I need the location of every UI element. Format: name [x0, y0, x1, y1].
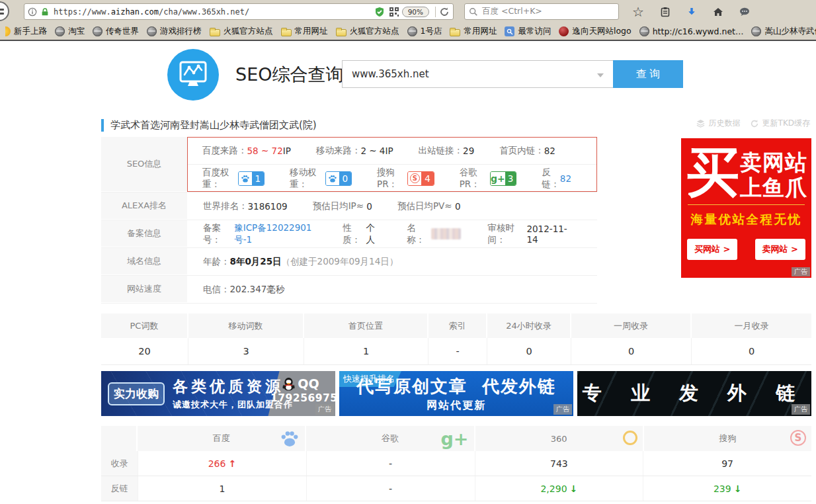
- url-bar[interactable]: https://www.aizhan.com/cha/www.365xh.net…: [24, 3, 454, 20]
- shield-icon[interactable]: [374, 7, 385, 17]
- bookmark-label: 常用网址: [295, 26, 328, 37]
- qq-penguin-icon: [282, 377, 295, 391]
- bookmark-item[interactable]: http://c16.wywd.net…: [635, 26, 748, 36]
- qr-code-icon[interactable]: [389, 7, 399, 17]
- reload-icon[interactable]: [439, 7, 450, 17]
- bookmark-label: 1号店: [421, 26, 442, 37]
- query-button[interactable]: 查 询: [613, 60, 683, 88]
- sell-site-button[interactable]: 卖网站 >: [755, 239, 805, 260]
- monitor-chart-icon: [178, 60, 208, 89]
- stats-header-row: PC词数 移动词数 首页位置 索引 24小时收录 一周收录 一月收录: [101, 314, 811, 338]
- baidu-weight-badge[interactable]: 1: [238, 171, 265, 186]
- google-plus-icon: g+: [491, 173, 505, 184]
- bookmark-item[interactable]: 游戏排行榜: [143, 26, 206, 37]
- google-pr-badge[interactable]: g+3: [490, 171, 516, 186]
- bookmark-label: 新手上路: [14, 26, 47, 37]
- bookmark-label: http://c16.wywd.net…: [653, 26, 744, 36]
- sogou-icon: S: [410, 173, 420, 183]
- stats-value: 0: [487, 338, 571, 364]
- ad-banner-articles[interactable]: 快速提升排名 代写原创文章 代发外链 网站代更新 广告: [339, 371, 573, 416]
- sogou-indexed-value[interactable]: 97: [721, 458, 733, 469]
- layers-icon: [696, 118, 706, 128]
- globe-icon: [751, 26, 761, 36]
- sogou-backlinks-value[interactable]: 239: [714, 483, 731, 494]
- bookmark-item[interactable]: 1号店: [403, 26, 446, 37]
- globe-icon: [639, 26, 649, 36]
- bookmark-folder[interactable]: 火狐官方站点: [332, 26, 403, 37]
- info-icon[interactable]: [28, 7, 37, 17]
- domain-query-input[interactable]: www.365xh.net: [342, 60, 613, 88]
- home-inlinks-value: 82: [544, 146, 555, 156]
- bookmark-item[interactable]: 嵩山少林寺武僧文武…: [747, 26, 816, 37]
- stats-value: 3: [188, 338, 304, 364]
- browser-chrome: https://www.aizhan.com/cha/www.365xh.net…: [0, 0, 816, 41]
- table-row-alexa: ALEXA排名 世界排名：3186109 预估日均IP≈ 0 预估日均PV≈ 0: [101, 192, 597, 220]
- google-indexed-value: -: [389, 458, 392, 469]
- keyword-stats-table: PC词数 移动词数 首页位置 索引 24小时收录 一周收录 一月收录 20 3 …: [101, 314, 811, 365]
- url-path: /cha/www.365xh.net/: [159, 7, 249, 17]
- bookmark-item[interactable]: 逸向天网站logo: [555, 26, 635, 37]
- ad-line: 上鱼爪: [740, 175, 807, 200]
- backlinks-value[interactable]: 82: [560, 173, 571, 184]
- metric-label: 移动来路：: [316, 145, 361, 157]
- engine-row-backlinks: 反链 1 - 2,290↓ 239↓: [101, 476, 811, 501]
- table-row-seo: SEO信息 百度来路：58 ~ 72 IP 移动来路：2 ~ 4 IP 出站链接…: [101, 137, 597, 192]
- down-arrow-icon: ↓: [734, 483, 742, 494]
- icp-number-link[interactable]: 豫ICP备12022901号-1: [234, 222, 317, 246]
- ad-banner-resources[interactable]: 实力收购 各类优质资源 诚邀技术大牛，团队加盟合作 QQ 179256975 广…: [101, 371, 335, 416]
- row-label: 收录: [101, 451, 138, 476]
- bookmark-folder[interactable]: 常用网址: [277, 26, 332, 37]
- downloads-icon[interactable]: [686, 7, 697, 17]
- buy-site-button[interactable]: 买网站 >: [687, 239, 737, 260]
- engine-header-empty: [101, 426, 138, 451]
- site-title-bar: 学武术首选河南登封嵩山少林寺武僧团文武(院) 历史数据 更新TKD缓存: [101, 116, 811, 134]
- bookmark-item[interactable]: 新手上路: [1, 26, 51, 37]
- home-icon[interactable]: [713, 7, 723, 17]
- url-domain: aizhan.com: [111, 7, 159, 17]
- most-visited-icon: [505, 26, 514, 36]
- bookmark-item[interactable]: 传奇世界: [89, 26, 143, 37]
- bookmark-icon: [5, 26, 11, 36]
- refresh-tkd-button[interactable]: 更新TKD缓存: [750, 118, 810, 129]
- url-prefix: https://www.: [54, 7, 111, 17]
- icp-audit-date: 2012-11-14: [526, 224, 572, 245]
- history-data-button[interactable]: 历史数据: [696, 118, 741, 129]
- engine-header-baidu: 百度: [138, 426, 306, 451]
- baidu-indexed-value[interactable]: 266: [208, 458, 226, 469]
- folder-icon: [281, 29, 292, 36]
- metric-label: 出站链接：: [419, 145, 464, 157]
- library-icon[interactable]: [660, 7, 671, 17]
- bookmark-item[interactable]: 最常访问: [501, 26, 555, 37]
- stats-value: -: [428, 338, 487, 364]
- ad-banner-backlinks[interactable]: 专 业 发 外 链 广告: [577, 371, 811, 416]
- chat-icon[interactable]: [739, 7, 750, 17]
- zoom-level-badge[interactable]: 90%: [402, 7, 429, 17]
- daily-pv-value: 0: [455, 201, 461, 212]
- browser-search-field[interactable]: 百度 <Ctrl+K>: [464, 3, 619, 20]
- bookmark-star-icon[interactable]: ☆: [632, 5, 644, 19]
- stats-value: 0: [571, 338, 692, 364]
- 360-indexed-value[interactable]: 743: [550, 458, 568, 469]
- chevron-down-icon[interactable]: [597, 73, 604, 77]
- bookmark-item[interactable]: 淘宝: [51, 26, 89, 37]
- mobile-weight-badge[interactable]: 0: [325, 171, 352, 186]
- menu-button[interactable]: [0, 1, 9, 21]
- baidu-backlinks-value[interactable]: 1: [219, 483, 225, 494]
- yuzhua-ad-banner[interactable]: 买 卖网站 上鱼爪 海量优站全程无忧 买网站 > 卖网站 > 广告: [681, 138, 811, 278]
- bookmark-folder[interactable]: 常用网址: [446, 26, 501, 37]
- stats-value: 20: [101, 338, 188, 364]
- sogou-pr-badge[interactable]: S4: [407, 171, 434, 186]
- ad-subtitle: 网站代更新: [427, 399, 486, 413]
- stats-header: 索引: [428, 314, 487, 338]
- unit: IP: [283, 146, 291, 156]
- engine-header-360: 360: [475, 426, 644, 451]
- 360-backlinks-value[interactable]: 2,290: [540, 483, 567, 494]
- stats-header: 一月收录: [692, 314, 811, 338]
- qq-label: QQ: [298, 376, 319, 391]
- folder-icon: [336, 29, 347, 36]
- stats-header: 一周收录: [571, 314, 692, 338]
- bookmark-folder[interactable]: 火狐官方站点: [206, 26, 277, 37]
- sogou-pr-value: 4: [421, 172, 433, 185]
- refresh-tkd-label: 更新TKD缓存: [762, 118, 810, 129]
- refresh-icon: [750, 119, 759, 128]
